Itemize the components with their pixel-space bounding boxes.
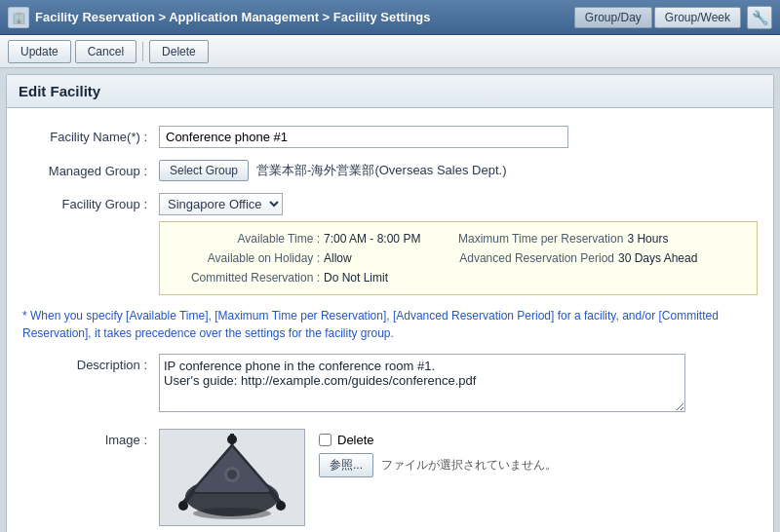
form-body: Facility Name(*) : Managed Group : Selec… xyxy=(7,108,773,532)
advanced-value: 30 Days Ahead xyxy=(618,251,697,265)
facility-group-select[interactable]: Singapore Office xyxy=(159,193,283,215)
browse-button[interactable]: 参照... xyxy=(319,453,373,477)
note-text: * When you specify [Available Time], [Ma… xyxy=(7,301,773,348)
facility-name-row: Facility Name(*) : xyxy=(7,120,773,154)
advanced-label: Advanced Reservation Period xyxy=(458,251,614,265)
description-row: Description : IP conference phone in the… xyxy=(7,348,773,421)
conference-phone-image xyxy=(174,434,291,521)
update-button[interactable]: Update xyxy=(8,40,71,63)
description-value: IP conference phone in the conference ro… xyxy=(159,354,758,415)
max-time-item: Maximum Time per Reservation 3 Hours xyxy=(458,232,743,246)
available-time-value: 7:00 AM - 8:00 PM xyxy=(324,232,420,246)
facility-name-value xyxy=(159,126,758,148)
committed-value: Do Not Limit xyxy=(324,271,388,285)
facility-group-row: Facility Group : Singapore Office Availa… xyxy=(7,187,773,301)
svg-point-9 xyxy=(227,435,237,444)
app-icon: 🏢 xyxy=(8,7,29,28)
delete-check-row: Delete xyxy=(319,433,557,447)
svg-point-11 xyxy=(227,470,237,479)
holiday-label: Available on Holiday : xyxy=(174,251,320,265)
managed-group-label: Managed Group : xyxy=(22,160,159,178)
image-controls: Delete 参照... ファイルが選択されていません。 xyxy=(319,429,557,477)
svg-point-12 xyxy=(193,508,271,519)
no-file-text: ファイルが選択されていません。 xyxy=(381,457,557,474)
max-time-value: 3 Hours xyxy=(627,232,668,246)
svg-point-8 xyxy=(276,501,286,511)
delete-label[interactable]: Delete xyxy=(337,433,374,447)
toolbar-separator xyxy=(142,42,143,61)
select-group-button[interactable]: Select Group xyxy=(159,160,249,181)
browse-row: 参照... ファイルが選択されていません。 xyxy=(319,453,557,477)
settings-box: Available Time : 7:00 AM - 8:00 PM Maxim… xyxy=(159,221,758,295)
settings-icon[interactable]: 🔧 xyxy=(747,6,772,29)
facility-group-value: Singapore Office Available Time : 7:00 A… xyxy=(159,193,758,295)
image-container: Delete 参照... ファイルが選択されていません。 xyxy=(159,429,758,526)
svg-point-7 xyxy=(178,501,188,511)
header-right: Group/Day Group/Week 🔧 xyxy=(574,6,772,29)
facility-name-input[interactable] xyxy=(159,126,568,148)
group-week-button[interactable]: Group/Week xyxy=(654,7,741,28)
toolbar: Update Cancel Delete xyxy=(0,35,780,68)
image-row: Image : xyxy=(7,421,773,532)
main-panel: Edit Facility Facility Name(*) : Managed… xyxy=(6,74,774,532)
max-time-label: Maximum Time per Reservation xyxy=(458,232,623,246)
image-preview xyxy=(159,429,305,526)
settings-grid: Available Time : 7:00 AM - 8:00 PM Maxim… xyxy=(174,232,743,285)
available-time-label: Available Time : xyxy=(174,232,320,246)
image-value: Delete 参照... ファイルが選択されていません。 xyxy=(159,429,758,526)
committed-label: Committed Reservation : xyxy=(174,271,320,285)
managed-group-text: 営業本部-海外営業部(Overseas Sales Dept.) xyxy=(256,162,506,179)
group-day-button[interactable]: Group/Day xyxy=(574,7,652,28)
header: 🏢 Facility Reservation > Application Man… xyxy=(0,0,780,35)
description-textarea[interactable]: IP conference phone in the conference ro… xyxy=(159,354,685,412)
advanced-item: Advanced Reservation Period 30 Days Ahea… xyxy=(458,251,743,265)
committed-item: Committed Reservation : Do Not Limit xyxy=(174,271,458,285)
breadcrumb: Facility Reservation > Application Manag… xyxy=(35,10,431,24)
delete-checkbox[interactable] xyxy=(319,434,332,446)
image-label: Image : xyxy=(22,429,159,447)
empty-cell xyxy=(458,271,743,285)
delete-button[interactable]: Delete xyxy=(149,40,209,63)
description-label: Description : xyxy=(22,354,159,372)
cancel-button[interactable]: Cancel xyxy=(75,40,136,63)
managed-group-row: Managed Group : Select Group 営業本部-海外営業部(… xyxy=(7,154,773,187)
section-title: Edit Facility xyxy=(7,75,773,108)
holiday-value: Allow xyxy=(324,251,352,265)
holiday-item: Available on Holiday : Allow xyxy=(174,251,458,265)
facility-name-label: Facility Name(*) : xyxy=(22,126,159,144)
available-time-item: Available Time : 7:00 AM - 8:00 PM xyxy=(174,232,458,246)
header-left: 🏢 Facility Reservation > Application Man… xyxy=(8,7,431,28)
facility-group-label: Facility Group : xyxy=(22,193,159,211)
managed-group-value: Select Group 営業本部-海外営業部(Overseas Sales D… xyxy=(159,160,758,181)
